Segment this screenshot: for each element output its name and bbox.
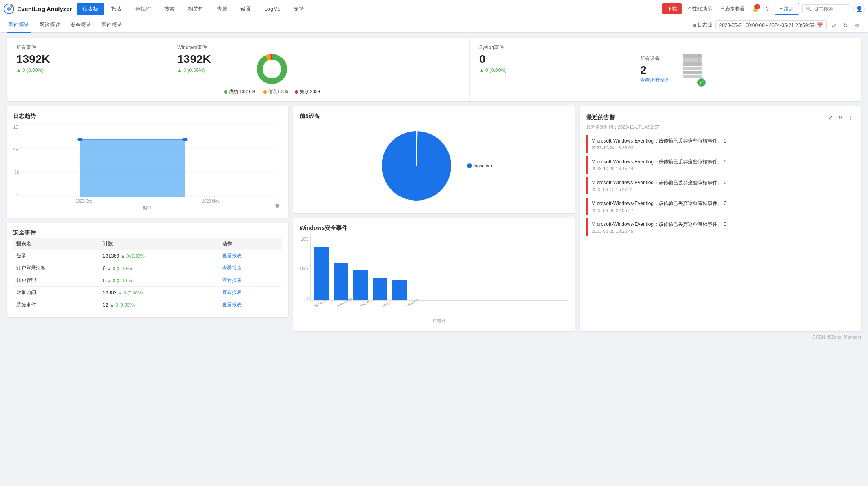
syslog-events-card: Syslog事件 0 ▲ 0 (0.00%): [470, 38, 630, 101]
row-0-action[interactable]: 查看报表: [222, 253, 242, 259]
notification-button[interactable]: 🔔 2: [750, 4, 760, 13]
top5-devices-panel: 前5设备 logserver: [293, 106, 575, 213]
row-3-action[interactable]: 查看报表: [222, 290, 242, 295]
y-label-0: 0: [16, 192, 19, 197]
search-input[interactable]: [814, 6, 846, 12]
notification-badge: 2: [754, 4, 760, 9]
all-events-label: 所有事件: [16, 44, 157, 51]
device-icon-wrap: ✓: [679, 53, 706, 87]
logo-area: EventLog Analyzer: [3, 3, 72, 15]
log-trend-chart-area: 1G 1M 1k 0: [13, 123, 282, 211]
col-action: 动作: [219, 238, 282, 250]
x-axis-title: 时间: [20, 205, 274, 211]
bar-y-100k: 100k: [300, 267, 309, 271]
x-axis-labels: 2023 Oct 2023 Nov: [20, 199, 274, 203]
nav-settings[interactable]: 设置: [235, 3, 257, 15]
y-axis-title: 事件数: [274, 123, 280, 211]
x-label-nov: 2023 Nov: [202, 199, 220, 203]
x-label-oct: 2023 Oct: [76, 199, 92, 203]
alert-item-4: Microsoft-Windows-Eventlog：该传输已丢弃这些审核事件。…: [586, 218, 855, 236]
subnav-events[interactable]: 事件概览: [100, 18, 124, 33]
alert-expand-button[interactable]: ⤢: [826, 113, 835, 123]
alert-refresh-button[interactable]: ↻: [836, 113, 844, 123]
bar-error: [373, 278, 387, 300]
alert-text-4: Microsoft-Windows-Eventlog：该传输已丢弃这些审核事件。…: [592, 221, 851, 228]
subnav-network-overview[interactable]: 网络概述: [38, 18, 62, 33]
svg-rect-10: [683, 71, 702, 74]
security-events-title: 安全事件: [13, 229, 282, 236]
alert-time-0: 2023-10-24 13:38:03: [592, 145, 851, 150]
alert-text-2: Microsoft-Windows-Eventlog：该传输已丢弃这些审核事件。…: [592, 179, 851, 186]
devices-card: 所有设备 2 查看所有设备 ✓: [630, 38, 861, 101]
row-1-action[interactable]: 查看报表: [222, 265, 242, 271]
alert-item-2: Microsoft-Windows-Eventlog：该传输已丢弃这些审核事件。…: [586, 177, 855, 194]
user-avatar-button[interactable]: 👤: [853, 3, 865, 15]
bar-failure: [353, 270, 368, 300]
help-button[interactable]: ?: [763, 4, 771, 13]
alert-more-button[interactable]: ⋮: [846, 113, 855, 123]
row-0-count: 231369 ▲ 0 (0.00%): [100, 250, 219, 262]
row-3-count: 23903 ▲ 0 (0.00%): [100, 287, 219, 299]
personalize-button[interactable]: 个性化演示: [685, 4, 714, 14]
log-source-button[interactable]: ≡ 日志源: [693, 22, 712, 29]
pie-legend: logserver: [467, 163, 492, 168]
bar-x-axis-title: 严重性: [310, 319, 568, 325]
nav-support[interactable]: 支持: [288, 3, 310, 15]
middle-col: 前5设备 logserver: [293, 106, 575, 331]
windows-events-value: 1392K: [177, 53, 211, 66]
y-label-1g: 1G: [13, 125, 19, 129]
top5-title: 前5设备: [300, 113, 568, 120]
syslog-value: 0: [479, 53, 620, 66]
table-row: 对象访问 23903 ▲ 0 (0.00%) 查看报表: [13, 287, 282, 299]
info-label: 信息 8335: [268, 89, 289, 95]
search-box[interactable]: 🔍: [802, 4, 850, 13]
download-button[interactable]: 下载: [662, 3, 682, 14]
bar-y-axis: 10G 100k 0: [300, 235, 310, 301]
app-name: EventLog Analyzer: [17, 5, 72, 12]
col-count: 计数: [100, 238, 219, 250]
calendar-icon[interactable]: 📅: [817, 22, 823, 28]
nav-alerts[interactable]: 告警: [211, 3, 233, 15]
windows-security-panel: Windows安全事件 10G 100k 0: [293, 218, 575, 331]
nav-right-area: 下载 个性化演示 日志接收器 🔔 2 ? + 添加 🔍 👤: [662, 3, 865, 15]
nav-compliance[interactable]: 合规性: [129, 3, 157, 15]
recent-alerts-panel: 最近的告警 ⤢ ↻ ⋮ 最近更新时间：2023-11-17 14:52:57 M…: [580, 106, 861, 331]
summary-row: 所有事件 1392K ▲ 0 (0.00%) Windows事件 1392K ▲…: [7, 38, 861, 101]
refresh-button[interactable]: ↻: [841, 20, 850, 30]
top-navigation: EventLog Analyzer 仪表板 报表 合规性 搜索 相关性 告警 设…: [0, 0, 868, 18]
row-2-count: 0 ▲ 0 (0.00%): [100, 274, 219, 287]
subnav-security-overview[interactable]: 安全概览: [69, 18, 93, 33]
bar-success: [314, 247, 329, 300]
svg-rect-9: [683, 67, 702, 70]
failure-dot: [295, 90, 298, 94]
main-content: 所有事件 1392K ▲ 0 (0.00%) Windows事件 1392K ▲…: [0, 33, 868, 344]
nav-logme[interactable]: LogMe: [258, 3, 286, 14]
bar-y-10g: 10G: [301, 237, 309, 241]
nav-reports[interactable]: 报表: [106, 3, 128, 15]
row-1-count: 0 ▲ 0 (0.00%): [100, 262, 219, 274]
alert-time-3: 2023-09-06 22:05:47: [592, 208, 851, 213]
alert-time-1: 2023-10-20 16:45:14: [592, 166, 851, 171]
nav-correlation[interactable]: 相关性: [182, 3, 209, 15]
settings-button[interactable]: ⚙: [853, 20, 861, 30]
table-row: 系统事件 32 ▲ 0 (0.00%) 查看报表: [13, 299, 282, 311]
fullscreen-button[interactable]: ⤢: [830, 20, 838, 30]
nav-dashboard[interactable]: 仪表板: [77, 3, 104, 15]
windows-events-label: Windows事件: [177, 44, 459, 51]
row-4-action[interactable]: 查看报表: [222, 302, 242, 308]
sub-nav-right: ≡ 日志源 2023-05-21 00:00:00 - 2024-05-21 2…: [693, 20, 861, 30]
svg-rect-18: [80, 140, 185, 197]
row-2-action[interactable]: 查看报表: [222, 277, 242, 283]
view-all-devices-link[interactable]: 查看所有设备: [640, 77, 670, 83]
add-button[interactable]: + 添加: [775, 3, 799, 15]
info-dot: [263, 90, 267, 94]
table-row: 登录 231369 ▲ 0 (0.00%) 查看报表: [13, 250, 282, 262]
subnav-event-overview[interactable]: 事件概览: [7, 18, 31, 33]
failure-label: 失败 2359: [300, 89, 320, 95]
left-col: 日志趋势 1G 1M 1k 0: [7, 106, 288, 331]
bar-chart-container: 10G 100k 0: [300, 235, 568, 325]
alert-item-3: Microsoft-Windows-Eventlog：该传输已丢弃这些审核事件。…: [586, 198, 855, 215]
log-receiver-button[interactable]: 日志接收器: [718, 4, 747, 14]
device-status-badge: ✓: [697, 78, 706, 87]
nav-search[interactable]: 搜索: [158, 3, 180, 15]
